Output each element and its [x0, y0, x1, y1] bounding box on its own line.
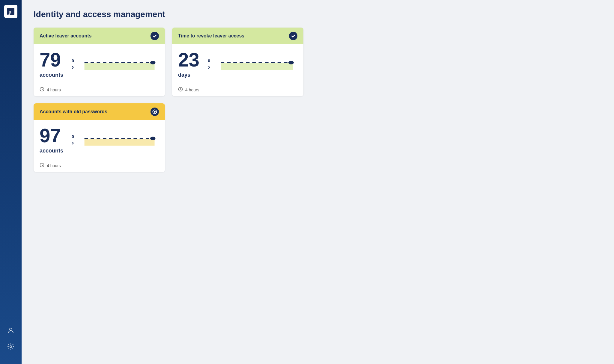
svg-point-10 [288, 61, 294, 64]
card-footer-3: 4 hours [34, 159, 165, 172]
metric-value-1: 79 [40, 50, 63, 70]
sparkline-1 [80, 54, 159, 75]
svg-rect-4 [84, 63, 154, 70]
chevron-icon-3: › [72, 140, 74, 146]
checkmark-icon-2 [289, 32, 297, 40]
sidebar-bottom [7, 327, 14, 359]
cards-grid: Active leaver accounts 79 accounts 0 › [34, 28, 303, 172]
footer-time-3: 4 hours [47, 163, 61, 168]
metric-arrow-3: 0 › [72, 134, 74, 146]
footer-time-2: 4 hours [185, 87, 199, 92]
metric-value-3: 97 [40, 126, 63, 145]
svg-point-2 [10, 328, 12, 330]
card-title-time-revoke: Time to revoke leaver access [178, 33, 244, 39]
svg-point-13 [154, 111, 156, 113]
card-header-active-leaver: Active leaver accounts [34, 28, 165, 44]
checkmark-icon-1 [151, 32, 159, 40]
metric-unit-2: days [178, 72, 199, 78]
card-header-old-passwords: Accounts with old passwords [34, 103, 165, 120]
page-title: Identity and access management [34, 10, 602, 19]
card-title-active-leaver: Active leaver accounts [40, 33, 91, 39]
chevron-icon-1: › [72, 64, 74, 70]
svg-text:p: p [8, 9, 11, 15]
metric-value-2: 23 [178, 50, 199, 70]
metric-unit-1: accounts [40, 72, 63, 78]
metric-arrow-2: 0 › [208, 58, 210, 70]
sidebar-logo[interactable]: p [4, 5, 17, 18]
footer-time-1: 4 hours [47, 87, 61, 92]
metric-left-3: 97 accounts [40, 126, 63, 154]
metric-unit-3: accounts [40, 148, 63, 154]
svg-point-16 [150, 137, 156, 140]
svg-rect-14 [84, 139, 154, 146]
svg-rect-8 [221, 63, 293, 70]
svg-point-3 [10, 346, 12, 348]
card-time-revoke: Time to revoke leaver access 23 days 0 › [172, 28, 303, 96]
circle-dot-icon [151, 108, 159, 116]
svg-point-6 [150, 61, 156, 64]
clock-icon-3 [40, 163, 44, 168]
card-title-old-passwords: Accounts with old passwords [40, 109, 107, 114]
card-body-old-passwords: 97 accounts 0 › [34, 120, 165, 154]
main-content: Identity and access management Active le… [22, 0, 614, 364]
card-header-time-revoke: Time to revoke leaver access [172, 28, 303, 44]
card-active-leaver: Active leaver accounts 79 accounts 0 › [34, 28, 165, 96]
settings-icon[interactable] [7, 343, 14, 352]
card-footer-2: 4 hours [172, 83, 303, 96]
trend-zero-3: 0 [72, 134, 74, 139]
user-icon[interactable] [7, 327, 14, 336]
sparkline-2 [216, 54, 297, 75]
sidebar: p [0, 0, 22, 364]
card-footer-1: 4 hours [34, 83, 165, 96]
sparkline-3 [80, 130, 159, 150]
card-old-passwords: Accounts with old passwords 97 accounts … [34, 103, 165, 172]
metric-left-1: 79 accounts [40, 50, 63, 78]
chevron-icon-2: › [208, 64, 210, 70]
card-body-time-revoke: 23 days 0 › [172, 44, 303, 78]
metric-arrow-1: 0 › [72, 58, 74, 70]
metric-left-2: 23 days [178, 50, 199, 78]
clock-icon-1 [40, 87, 44, 93]
clock-icon-2 [178, 87, 183, 93]
card-body-active-leaver: 79 accounts 0 › [34, 44, 165, 78]
trend-zero-1: 0 [72, 58, 74, 63]
trend-zero-2: 0 [208, 58, 210, 63]
